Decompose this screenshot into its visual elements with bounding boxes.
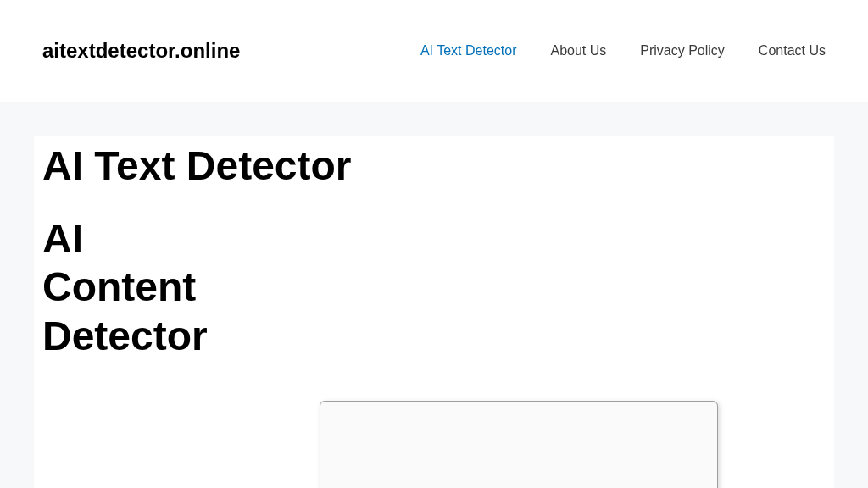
sub-heading: AI Content Detector xyxy=(42,214,212,361)
content-wrapper: AI Text Detector AI Content Detector xyxy=(0,102,868,488)
nav-ai-text-detector[interactable]: AI Text Detector xyxy=(420,43,517,58)
main-area: AI Content Detector xyxy=(42,214,826,488)
nav-contact-us[interactable]: Contact Us xyxy=(759,43,826,58)
nav-privacy-policy[interactable]: Privacy Policy xyxy=(640,43,725,58)
page-title: AI Text Detector xyxy=(42,144,826,189)
site-logo[interactable]: aitextdetector.online xyxy=(42,39,240,63)
content-input[interactable] xyxy=(320,401,718,488)
right-column xyxy=(212,214,826,488)
content-card: AI Text Detector AI Content Detector xyxy=(34,136,834,488)
nav-about-us[interactable]: About Us xyxy=(550,43,606,58)
primary-nav: AI Text Detector About Us Privacy Policy… xyxy=(420,43,826,58)
site-header: aitextdetector.online AI Text Detector A… xyxy=(0,0,868,102)
left-column: AI Content Detector xyxy=(42,214,212,361)
